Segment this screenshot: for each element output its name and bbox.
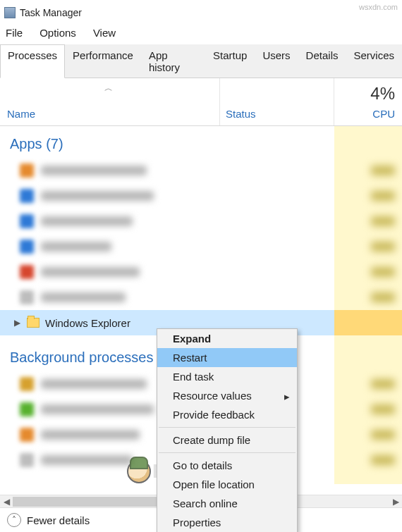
ctx-expand[interactable]: Expand bbox=[157, 329, 297, 348]
window-title: Task Manager bbox=[20, 7, 82, 18]
cpu-value-blurred bbox=[371, 404, 395, 414]
fewer-details-icon[interactable]: ˄ bbox=[7, 513, 21, 527]
list-item[interactable] bbox=[0, 158, 402, 183]
app-icon bbox=[20, 402, 34, 416]
scroll-thumb[interactable] bbox=[13, 497, 171, 507]
ctx-create-dump[interactable]: Create dump file bbox=[157, 431, 297, 450]
app-name-blurred bbox=[41, 292, 126, 302]
app-icon bbox=[20, 453, 34, 467]
column-header: ︿ Name Status 4% CPU bbox=[0, 78, 402, 126]
attribution-text: wsxdn.com bbox=[359, 3, 398, 11]
cpu-value-blurred bbox=[371, 379, 395, 389]
menu-bar: File Options View bbox=[0, 23, 402, 44]
column-cpu[interactable]: 4% CPU bbox=[334, 78, 402, 125]
app-icon bbox=[20, 189, 34, 203]
scroll-right-button[interactable]: ▶ bbox=[389, 495, 402, 508]
app-name-blurred bbox=[41, 242, 111, 252]
tab-services[interactable]: Services bbox=[346, 44, 402, 78]
app-icon bbox=[20, 240, 34, 254]
ctx-open-file-location[interactable]: Open file location bbox=[157, 475, 297, 494]
ctx-resource-values[interactable]: Resource values ▸ bbox=[157, 386, 297, 405]
ctx-properties[interactable]: Properties bbox=[157, 513, 297, 532]
watermark-mascot-icon bbox=[127, 459, 151, 483]
app-icon bbox=[20, 428, 34, 442]
tab-processes[interactable]: Processes bbox=[0, 44, 65, 78]
app-name-blurred bbox=[41, 404, 154, 414]
menu-file[interactable]: File bbox=[3, 25, 25, 40]
app-name-blurred bbox=[41, 379, 147, 389]
task-manager-icon bbox=[4, 7, 16, 18]
cpu-value-blurred bbox=[371, 430, 395, 440]
sort-indicator-icon: ︿ bbox=[104, 82, 113, 94]
cpu-percent: 4% bbox=[370, 84, 395, 104]
menu-options[interactable]: Options bbox=[37, 25, 79, 40]
ctx-provide-feedback[interactable]: Provide feedback bbox=[157, 405, 297, 424]
list-item[interactable] bbox=[0, 285, 402, 310]
app-icon bbox=[20, 377, 34, 391]
fewer-details-link[interactable]: Fewer details bbox=[27, 514, 90, 526]
tab-startup[interactable]: Startup bbox=[205, 44, 255, 78]
column-name-label: Name bbox=[7, 108, 35, 120]
app-name-blurred bbox=[41, 216, 133, 226]
app-name-blurred bbox=[41, 430, 140, 440]
cpu-value-blurred bbox=[371, 267, 395, 277]
list-item[interactable] bbox=[0, 234, 402, 259]
list-item[interactable] bbox=[0, 183, 402, 209]
ctx-end-task[interactable]: End task bbox=[157, 367, 297, 386]
app-icon bbox=[20, 290, 34, 304]
context-menu: Expand Restart End task Resource values … bbox=[157, 328, 298, 532]
list-item[interactable] bbox=[0, 259, 402, 285]
scroll-left-button[interactable]: ◀ bbox=[0, 495, 13, 508]
column-status[interactable]: Status bbox=[220, 78, 334, 125]
folder-icon bbox=[27, 318, 39, 328]
ctx-restart[interactable]: Restart bbox=[157, 348, 297, 367]
group-apps[interactable]: Apps (7) bbox=[0, 126, 402, 158]
submenu-arrow-icon: ▸ bbox=[284, 390, 290, 403]
app-icon bbox=[20, 265, 34, 279]
app-name-blurred bbox=[41, 267, 140, 277]
tab-bar: Processes Performance App history Startu… bbox=[0, 44, 402, 78]
menu-view[interactable]: View bbox=[90, 25, 118, 40]
expand-icon[interactable]: ▶ bbox=[13, 318, 21, 328]
name-cell: ▶ Windows Explorer bbox=[0, 317, 220, 329]
tab-users[interactable]: Users bbox=[255, 44, 298, 78]
menu-separator bbox=[159, 427, 296, 428]
cpu-cell-highlight bbox=[334, 310, 402, 335]
column-name[interactable]: ︿ Name bbox=[0, 78, 220, 125]
cpu-value-blurred bbox=[371, 292, 395, 302]
app-icon bbox=[20, 214, 34, 228]
title-bar: Task Manager bbox=[0, 0, 402, 23]
menu-separator bbox=[159, 452, 296, 453]
list-item[interactable] bbox=[0, 209, 402, 234]
ctx-search-online[interactable]: Search online bbox=[157, 494, 297, 513]
column-status-label: Status bbox=[226, 108, 256, 120]
tab-app-history[interactable]: App history bbox=[141, 44, 205, 78]
cpu-value-blurred bbox=[371, 166, 395, 175]
app-name-blurred bbox=[41, 455, 133, 465]
process-name: Windows Explorer bbox=[45, 317, 130, 329]
app-name-blurred bbox=[41, 166, 147, 175]
tab-details[interactable]: Details bbox=[298, 44, 346, 78]
app-icon bbox=[20, 163, 34, 178]
cpu-value-blurred bbox=[371, 191, 395, 201]
ctx-resource-values-label: Resource values bbox=[173, 390, 252, 402]
ctx-go-to-details[interactable]: Go to details bbox=[157, 456, 297, 475]
cpu-value-blurred bbox=[371, 216, 395, 226]
app-name-blurred bbox=[41, 191, 154, 201]
column-cpu-label: CPU bbox=[372, 108, 395, 120]
cpu-value-blurred bbox=[371, 242, 395, 252]
cpu-value-blurred bbox=[371, 455, 395, 465]
tab-performance[interactable]: Performance bbox=[65, 44, 141, 78]
